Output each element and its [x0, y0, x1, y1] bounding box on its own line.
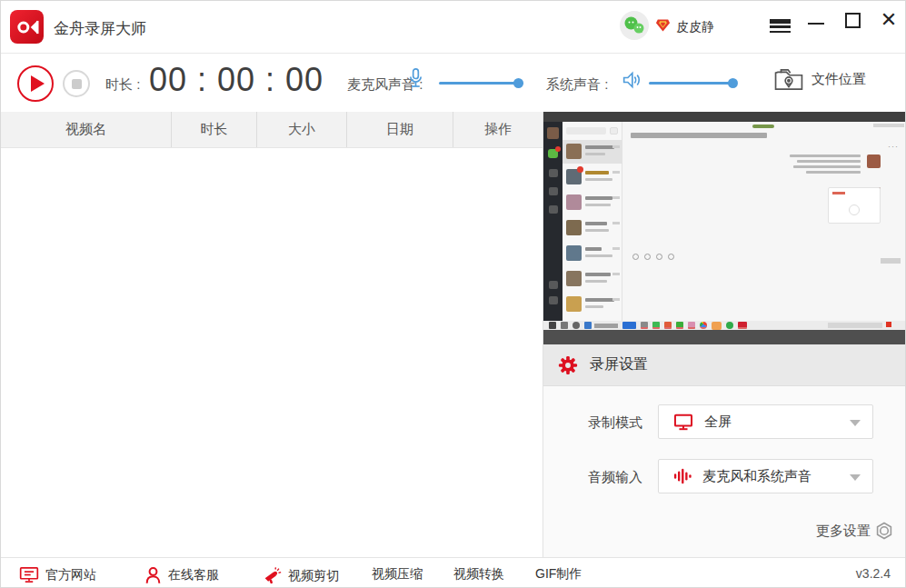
- waveform-icon: [673, 467, 692, 485]
- monitor-icon: [19, 566, 39, 583]
- video-table-header: 视频名 时长 大小 日期 操作: [1, 112, 543, 148]
- chevron-down-icon: [850, 474, 861, 481]
- more-settings-label: 更多设置: [816, 523, 871, 540]
- person-icon: [144, 566, 162, 584]
- column-video-name: 视频名: [1, 112, 171, 147]
- more-settings-button[interactable]: 更多设置: [816, 522, 893, 540]
- speaker-icon: [622, 71, 642, 93]
- column-actions: 操作: [453, 112, 543, 147]
- app-title: 金舟录屏大师: [54, 18, 146, 39]
- preview-chat-window: ···: [543, 122, 906, 321]
- duration-label: 时长 :: [105, 76, 140, 94]
- play-icon: [31, 75, 45, 92]
- video-convert-label: 视频转换: [453, 566, 504, 583]
- column-date: 日期: [346, 112, 453, 147]
- official-site-link[interactable]: 官方网站: [19, 566, 96, 583]
- timer-display: 00 : 00 : 00: [149, 61, 324, 99]
- video-cut-label: 视频剪切: [288, 568, 339, 584]
- system-volume-label: 系统声音 :: [546, 76, 608, 94]
- chevron-down-icon: [850, 420, 861, 426]
- preview-chat-main: ···: [623, 122, 906, 321]
- wechat-avatar: [619, 10, 650, 45]
- titlebar: 金舟录屏大师 皮皮静: [1, 1, 906, 54]
- username: 皮皮静: [676, 19, 714, 35]
- online-support-label: 在线客服: [168, 567, 219, 583]
- column-duration: 时长: [171, 112, 256, 147]
- video-convert-link[interactable]: 视频转换: [453, 566, 504, 583]
- stop-icon: [72, 79, 82, 89]
- microphone-icon: [408, 67, 423, 94]
- close-button[interactable]: ✕: [871, 1, 906, 39]
- video-compress-link[interactable]: 视频压缩: [372, 566, 423, 583]
- online-support-link[interactable]: 在线客服: [144, 566, 219, 584]
- stop-button[interactable]: [63, 70, 90, 97]
- record-mode-label: 录制模式: [588, 414, 642, 432]
- toolbar: 时长 : 00 : 00 : 00 麦克风声音 : 系统声音 :: [1, 55, 906, 112]
- audio-input-dropdown[interactable]: 麦克风和系统声音: [658, 459, 873, 493]
- maximize-button[interactable]: [834, 1, 871, 39]
- mic-volume-slider[interactable]: [439, 82, 523, 85]
- vip-badge-icon: [655, 18, 671, 36]
- megaphone-icon: [263, 566, 282, 585]
- gear-icon: [558, 355, 578, 375]
- video-compress-label: 视频压缩: [372, 566, 423, 583]
- fullscreen-monitor-icon: [673, 414, 693, 431]
- minimize-button[interactable]: [798, 1, 834, 39]
- app-window: 金舟录屏大师 皮皮静: [0, 0, 906, 588]
- right-panel: ···: [543, 112, 906, 557]
- preview-bottom-strip: [543, 330, 906, 344]
- settings-hex-icon: [875, 522, 893, 540]
- file-location-label: 文件位置: [811, 71, 866, 88]
- gif-maker-label: GIF制作: [535, 566, 582, 583]
- menu-button[interactable]: [762, 1, 798, 39]
- settings-title: 录屏设置: [590, 355, 648, 374]
- gif-maker-link[interactable]: GIF制作: [535, 566, 582, 583]
- record-button[interactable]: [17, 65, 54, 102]
- preview-taskbar: [543, 321, 906, 330]
- mic-volume-handle[interactable]: [513, 78, 523, 88]
- preview-chat-list: [563, 122, 622, 321]
- user-account[interactable]: 皮皮静: [619, 10, 714, 45]
- system-volume-handle[interactable]: [728, 78, 738, 88]
- file-location-button[interactable]: 文件位置: [773, 65, 866, 93]
- version-label: v3.2.4: [856, 566, 891, 581]
- video-list-empty: [1, 148, 543, 557]
- audio-input-value: 麦克风和系统声音: [702, 468, 811, 485]
- settings-body: 录制模式 全屏 音频输入: [543, 387, 906, 557]
- screen-preview: ···: [543, 112, 906, 344]
- column-size: 大小: [256, 112, 346, 147]
- system-volume-slider[interactable]: [649, 82, 735, 85]
- footer: 官方网站 在线客服 视频剪切: [1, 557, 906, 588]
- folder-pin-icon: [773, 65, 804, 93]
- preview-left-rail: [543, 122, 563, 321]
- app-logo-icon: [10, 10, 44, 44]
- video-cut-link[interactable]: 视频剪切: [263, 566, 339, 585]
- record-mode-dropdown[interactable]: 全屏: [658, 404, 873, 439]
- audio-input-label: 音频输入: [588, 469, 642, 486]
- settings-header: 录屏设置: [543, 344, 906, 386]
- record-mode-value: 全屏: [704, 414, 732, 431]
- official-site-label: 官方网站: [45, 567, 96, 583]
